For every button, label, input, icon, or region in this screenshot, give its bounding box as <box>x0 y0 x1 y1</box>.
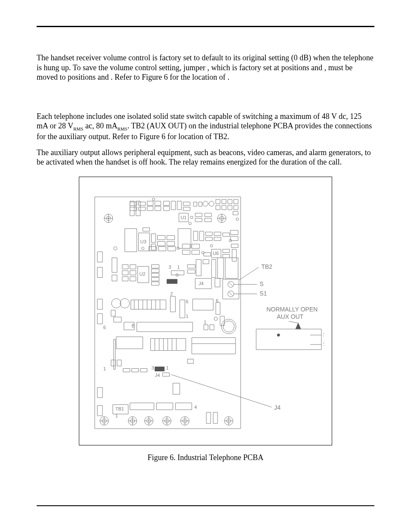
svg-text:1: 1 <box>166 365 168 370</box>
svg-rect-228 <box>130 403 154 410</box>
svg-point-183 <box>223 321 234 332</box>
svg-rect-87 <box>206 232 212 236</box>
svg-point-73 <box>114 246 117 250</box>
svg-rect-100 <box>182 244 190 248</box>
svg-text:S1: S1 <box>323 341 324 348</box>
svg-rect-85 <box>193 231 198 241</box>
svg-text:S: S <box>323 331 324 338</box>
para2-mid1: ac, 80 mA <box>83 121 117 130</box>
svg-line-154 <box>229 292 233 296</box>
svg-rect-155 <box>97 299 103 309</box>
svg-rect-47 <box>183 202 190 205</box>
svg-rect-247 <box>256 329 321 350</box>
svg-text:S: S <box>260 280 264 287</box>
svg-rect-84 <box>178 229 191 249</box>
svg-rect-200 <box>117 360 121 366</box>
svg-rect-193 <box>210 325 214 330</box>
svg-rect-130 <box>151 277 159 281</box>
svg-rect-59 <box>228 205 232 210</box>
svg-rect-112 <box>232 249 237 261</box>
svg-rect-232 <box>206 412 211 423</box>
para2-sub2: RMS <box>117 126 127 131</box>
svg-point-42 <box>152 198 155 201</box>
document-page: The handset receiver volume control is f… <box>0 0 411 532</box>
svg-rect-174 <box>180 300 185 318</box>
svg-rect-198 <box>114 339 115 370</box>
svg-rect-74 <box>143 228 150 231</box>
svg-rect-138 <box>187 264 195 268</box>
svg-rect-118 <box>112 275 117 281</box>
svg-text:1: 1 <box>204 320 206 325</box>
svg-rect-212 <box>132 368 139 372</box>
svg-point-246 <box>277 334 280 336</box>
svg-point-52 <box>209 201 214 206</box>
svg-point-182 <box>221 319 236 334</box>
svg-text:NORMALLY OPEN: NORMALLY OPEN <box>266 306 318 313</box>
svg-rect-55 <box>228 199 232 204</box>
svg-rect-141 <box>203 259 209 264</box>
svg-rect-54 <box>222 199 226 204</box>
svg-rect-123 <box>130 271 136 275</box>
svg-rect-89 <box>214 232 221 236</box>
svg-rect-108 <box>223 249 230 252</box>
svg-rect-139 <box>187 270 195 273</box>
paragraph-3: The auxiliary output allows peripheral e… <box>37 148 374 167</box>
svg-rect-124 <box>130 277 136 281</box>
svg-rect-148 <box>215 278 220 287</box>
para2-sub1: RMS <box>73 126 83 131</box>
svg-rect-88 <box>206 237 212 240</box>
svg-point-181 <box>214 317 218 320</box>
svg-rect-202 <box>150 339 186 351</box>
top-rule <box>37 26 374 27</box>
svg-rect-37 <box>139 207 146 211</box>
svg-rect-48 <box>183 207 190 211</box>
svg-text:S1: S1 <box>260 290 267 297</box>
svg-rect-80 <box>157 235 165 240</box>
svg-rect-128 <box>151 269 159 272</box>
svg-rect-43 <box>163 201 169 205</box>
svg-rect-149 <box>223 279 239 299</box>
svg-point-64 <box>190 216 193 219</box>
svg-point-95 <box>142 247 144 249</box>
svg-line-236 <box>239 267 259 280</box>
svg-rect-102 <box>192 244 199 248</box>
svg-rect-79 <box>151 244 156 250</box>
svg-rect-179 <box>216 302 220 314</box>
svg-text:U3: U3 <box>140 239 146 244</box>
svg-rect-40 <box>155 201 161 205</box>
svg-rect-127 <box>151 264 159 268</box>
paragraph-1: The handset receiver volume control is f… <box>37 53 374 82</box>
svg-rect-209 <box>192 338 236 354</box>
svg-text:U2: U2 <box>140 271 146 277</box>
svg-rect-56 <box>234 199 238 204</box>
svg-rect-157 <box>97 314 103 324</box>
svg-rect-234 <box>213 412 218 423</box>
svg-point-159 <box>112 299 121 308</box>
svg-text:B: B <box>132 323 135 328</box>
svg-rect-75 <box>125 229 137 252</box>
svg-rect-69 <box>205 218 212 222</box>
svg-rect-78 <box>151 234 156 243</box>
svg-rect-135 <box>167 279 177 283</box>
svg-rect-53 <box>216 199 220 204</box>
svg-line-245 <box>289 321 298 323</box>
svg-text:U1: U1 <box>181 215 187 220</box>
svg-rect-219 <box>173 383 180 394</box>
svg-rect-0 <box>95 197 241 429</box>
svg-text:1: 1 <box>177 264 180 270</box>
svg-rect-199 <box>111 360 115 366</box>
svg-rect-117 <box>112 258 117 272</box>
svg-rect-67 <box>195 218 202 222</box>
svg-rect-90 <box>214 237 221 240</box>
svg-rect-44 <box>163 206 169 211</box>
svg-rect-140 <box>196 259 201 276</box>
svg-rect-49 <box>193 202 197 206</box>
svg-rect-215 <box>155 367 164 371</box>
svg-rect-60 <box>234 205 238 210</box>
svg-rect-46 <box>177 201 181 210</box>
paragraph-2: Each telephone includes one isolated sol… <box>37 112 374 142</box>
svg-rect-218 <box>162 373 169 376</box>
svg-text:J4: J4 <box>155 373 160 378</box>
bottom-rule <box>37 505 374 506</box>
pcb-diagram: U1 U3 <box>87 189 324 437</box>
